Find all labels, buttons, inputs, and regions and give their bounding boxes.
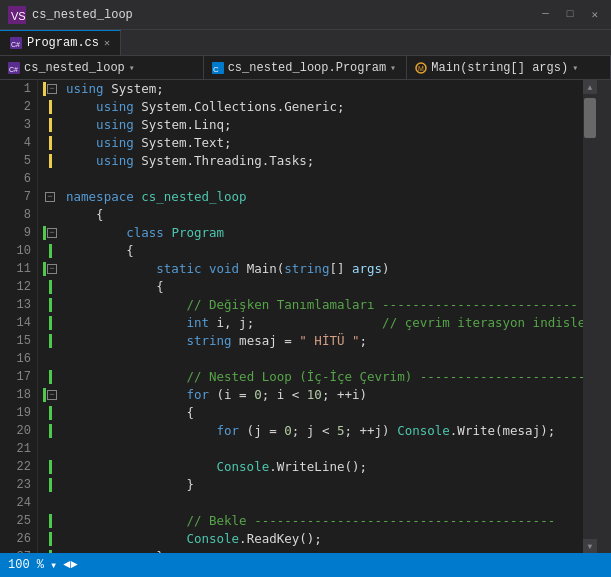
tab-label: Program.cs: [27, 36, 99, 50]
indicator-yellow-2: [49, 100, 52, 114]
status-bar: 100 % ▾ ◄►: [0, 553, 611, 577]
line-17: 17: [0, 368, 37, 386]
window-title: cs_nested_loop: [32, 8, 537, 22]
code-line-8: {: [66, 206, 583, 224]
code-line-15: string mesaj = " HİTÜ ";: [66, 332, 583, 350]
indicator-green-25: [49, 514, 52, 528]
tab-close-button[interactable]: ✕: [104, 37, 110, 49]
collapse-button-9[interactable]: −: [47, 228, 57, 238]
line-7: 7: [0, 188, 37, 206]
line-18: 18: [0, 386, 37, 404]
code-line-20: for (j = 0; j < 5; ++j) Console.Write(me…: [66, 422, 583, 440]
line-24: 24: [0, 494, 37, 512]
code-line-7: namespace cs_nested_loop: [66, 188, 583, 206]
line-10: 10: [0, 242, 37, 260]
scroll-thumb[interactable]: [584, 98, 596, 138]
code-line-1: using System;: [66, 80, 583, 98]
line-9: 9: [0, 224, 37, 242]
svg-text:C#: C#: [9, 66, 18, 73]
indicator-green-11: [43, 262, 46, 276]
nav-method-label: Main(string[] args): [431, 61, 568, 75]
code-line-10: {: [66, 242, 583, 260]
maximize-button[interactable]: □: [562, 6, 579, 23]
scroll-arrows[interactable]: ◄►: [63, 558, 77, 572]
code-line-6: [66, 170, 583, 188]
title-bar: VS cs_nested_loop ─ □ ✕: [0, 0, 611, 30]
line-13: 13: [0, 296, 37, 314]
line-19: 19: [0, 404, 37, 422]
code-line-3: using System.Linq;: [66, 116, 583, 134]
code-line-27: }: [66, 548, 583, 553]
code-line-26: Console.ReadKey();: [66, 530, 583, 548]
indicator-green-20: [49, 424, 52, 438]
line-21: 21: [0, 440, 37, 458]
line-3: 3: [0, 116, 37, 134]
window-controls: ─ □ ✕: [537, 6, 603, 23]
zoom-arrow-icon[interactable]: ▾: [50, 558, 57, 573]
collapse-button-18[interactable]: −: [47, 390, 57, 400]
right-scrollbar-area: ▲ ▼: [583, 80, 611, 553]
line-numbers: 1 2 3 4 5 6 7 8 9 10 11 12 13 14 15 16 1…: [0, 80, 38, 553]
minimize-button[interactable]: ─: [537, 6, 554, 23]
nav-segment-class[interactable]: C cs_nested_loop.Program ▾: [204, 56, 408, 79]
collapse-button-7[interactable]: −: [45, 192, 55, 202]
indicator-green-12: [49, 280, 52, 294]
code-line-21: [66, 440, 583, 458]
indicator-green-26: [49, 532, 52, 546]
code-line-5: using System.Threading.Tasks;: [66, 152, 583, 170]
indicator-green-13: [49, 298, 52, 312]
code-line-2: using System.Collections.Generic;: [66, 98, 583, 116]
nav-segment-method[interactable]: M Main(string[] args) ▾: [407, 56, 611, 79]
code-line-24: [66, 494, 583, 512]
nav-arrow-2-icon: ▾: [390, 62, 396, 74]
code-line-18: for (i = 0; i < 10; ++i): [66, 386, 583, 404]
line-22: 22: [0, 458, 37, 476]
line-26: 26: [0, 530, 37, 548]
line-4: 4: [0, 134, 37, 152]
code-line-25: // Bekle -------------------------------…: [66, 512, 583, 530]
line-23: 23: [0, 476, 37, 494]
nav-arrow-3-icon: ▾: [572, 62, 578, 74]
zoom-level: 100 %: [8, 558, 44, 572]
code-line-4: using System.Text;: [66, 134, 583, 152]
code-line-23: }: [66, 476, 583, 494]
indicator-green-9: [43, 226, 46, 240]
indicator-empty-6: [38, 170, 62, 188]
indicator-yellow-5: [49, 154, 52, 168]
nav-class-label: cs_nested_loop.Program: [228, 61, 386, 75]
vs-logo-icon: VS: [8, 6, 26, 24]
scroll-down-button[interactable]: ▼: [583, 539, 597, 553]
nav-segment-project[interactable]: C# cs_nested_loop ▾: [0, 56, 204, 79]
code-editor[interactable]: using System; using System.Collections.G…: [62, 80, 583, 553]
code-line-19: {: [66, 404, 583, 422]
code-line-14: int i, j; // çevrim iterasyon indisleri: [66, 314, 583, 332]
code-line-13: // Değişken Tanımlamaları --------------…: [66, 296, 583, 314]
scroll-up-button[interactable]: ▲: [583, 80, 597, 94]
indicator-green-23: [49, 478, 52, 492]
indicator-green-19: [49, 406, 52, 420]
line-8: 8: [0, 206, 37, 224]
line-2: 2: [0, 98, 37, 116]
indicator-yellow-3: [49, 118, 52, 132]
line-12: 12: [0, 278, 37, 296]
line-1: 1: [0, 80, 37, 98]
line-11: 11: [0, 260, 37, 278]
indicator-empty-16: [38, 350, 62, 368]
code-line-16: [66, 350, 583, 368]
line-15: 15: [0, 332, 37, 350]
indicator-green-22: [49, 460, 52, 474]
code-line-22: Console.WriteLine();: [66, 458, 583, 476]
line-27: 27: [0, 548, 37, 553]
collapse-button-1[interactable]: −: [47, 84, 57, 94]
close-button[interactable]: ✕: [586, 6, 603, 23]
code-line-12: {: [66, 278, 583, 296]
project-icon: C#: [8, 62, 20, 74]
svg-text:M: M: [418, 65, 424, 72]
scrollbar[interactable]: ▲ ▼: [583, 80, 597, 553]
nav-bar: C# cs_nested_loop ▾ C cs_nested_loop.Pro…: [0, 56, 611, 80]
indicator-green-18: [43, 388, 46, 402]
method-icon: M: [415, 62, 427, 74]
svg-text:C#: C#: [11, 41, 20, 48]
tab-program-cs[interactable]: C# Program.cs ✕: [0, 30, 121, 55]
collapse-button-11[interactable]: −: [47, 264, 57, 274]
